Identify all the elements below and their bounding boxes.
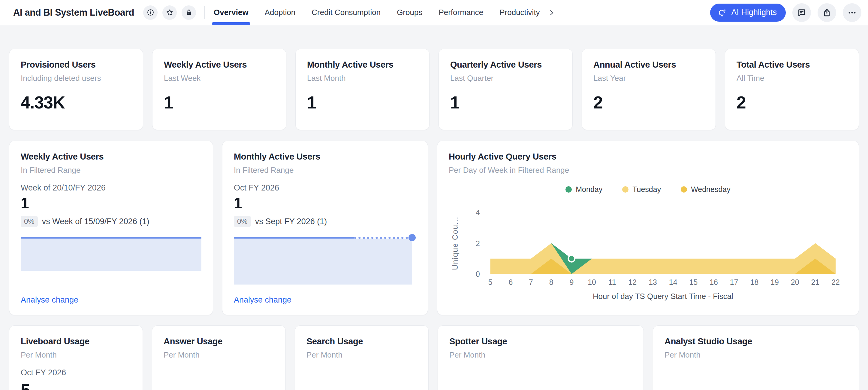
hourly-active-query-users-card: Hourly Active Query Users Per Day of Wee… (437, 141, 859, 315)
projection-dotted-line (354, 237, 412, 239)
usage-card-answer: Answer Usage Per Month (152, 326, 286, 390)
x-tick-label: 8 (549, 278, 554, 286)
favorite-button[interactable] (162, 5, 177, 20)
kpi-value: 1 (307, 92, 418, 112)
page-title: AI and BI System LiveBoard (13, 7, 134, 18)
legend-label: Wednesday (691, 185, 731, 194)
kpi-row: Provisioned Users Including deleted user… (9, 49, 859, 130)
card-title: Search Usage (306, 336, 417, 347)
x-tick-label: 15 (689, 278, 698, 286)
change-badge: 0% (234, 216, 251, 227)
change-row: 0% vs Week of 15/09/FY 2026 (1) (21, 216, 202, 227)
usage-card-spotter: Spotter Usage Per Month (438, 326, 644, 390)
comparison-text: vs Sept FY 2026 (1) (255, 217, 327, 226)
ai-highlights-label: AI Highlights (731, 8, 777, 17)
usage-row: Liveboard Usage Per Month Oct FY 2026 5 … (9, 326, 859, 390)
card-title: Analyst Studio Usage (664, 336, 847, 347)
comments-button[interactable] (793, 3, 811, 22)
legend-item-monday[interactable]: Monday (565, 185, 602, 194)
tab-credit-consumption[interactable]: Credit Consumption (312, 0, 380, 25)
y-tick-label: 0 (476, 270, 480, 278)
card-subtitle: Including deleted users (21, 73, 131, 83)
trend-line (21, 237, 202, 239)
card-title: Total Active Users (737, 59, 847, 70)
card-title: Weekly Active Users (21, 151, 202, 162)
liveboard-header: AI and BI System LiveBoard Overview Adop… (0, 0, 868, 25)
legend-item-wednesday[interactable]: Wednesday (681, 185, 731, 194)
card-subtitle: In Filtered Range (21, 165, 202, 175)
trend-card-weekly-active-users: Weekly Active Users In Filtered Range We… (9, 141, 213, 315)
x-tick-label: 12 (628, 278, 637, 286)
info-button[interactable] (143, 5, 158, 20)
tab-productivity[interactable]: Productivity (499, 0, 540, 25)
usage-value: 5 (21, 380, 131, 390)
kpi-value: 1 (450, 92, 561, 112)
chart-legend: MondayTuesdayWednesday (449, 185, 847, 194)
trend-line (234, 237, 354, 239)
x-tick-label: 17 (730, 278, 738, 286)
kpi-card-provisioned-users: Provisioned Users Including deleted user… (9, 49, 143, 130)
kpi-card-annual-active-users: Annual Active Users Last Year 2 (582, 49, 716, 130)
card-title: Monthly Active Users (307, 59, 418, 70)
card-title: Quarterly Active Users (450, 59, 561, 70)
x-tick-label: 21 (811, 278, 820, 286)
x-tick-label: 10 (588, 278, 596, 286)
y-axis-label: Unique Cou... (451, 216, 459, 270)
x-tick-label: 11 (609, 278, 616, 286)
liveboard-body: Provisioned Users Including deleted user… (0, 25, 868, 390)
star-icon (166, 9, 174, 16)
more-options-button[interactable] (843, 3, 861, 22)
period-label: Oct FY 2026 (21, 368, 131, 378)
card-subtitle: All Time (737, 73, 847, 83)
x-tick-label: 13 (649, 278, 657, 286)
tab-bar: Overview Adoption Credit Consumption Gro… (214, 0, 540, 25)
x-tick-label: 5 (488, 278, 493, 286)
lock-button[interactable] (182, 5, 196, 20)
card-subtitle: Per Month (306, 350, 417, 360)
change-row: 0% vs Sept FY 2026 (1) (234, 216, 416, 227)
chevron-right-icon (548, 9, 556, 17)
tab-overview[interactable]: Overview (214, 0, 249, 25)
trend-area-chart (21, 237, 202, 271)
legend-label: Monday (576, 185, 602, 194)
period-label: Week of 20/10/FY 2026 (21, 183, 202, 193)
hourly-area-chart: 024Unique Cou...567891011121314151617181… (449, 207, 847, 307)
x-axis-label: Hour of day TS Query Start Time - Fiscal (593, 292, 733, 301)
card-subtitle: Last Week (164, 73, 275, 83)
kpi-card-total-active-users: Total Active Users All Time 2 (725, 49, 859, 130)
tab-performance[interactable]: Performance (438, 0, 483, 25)
card-subtitle: Last Quarter (450, 73, 561, 83)
area-fill (234, 239, 412, 284)
share-button[interactable] (817, 3, 836, 22)
legend-dot (565, 186, 572, 193)
point-marker (568, 255, 575, 262)
legend-item-tuesday[interactable]: Tuesday (622, 185, 661, 194)
analyse-change-link[interactable]: Analyse change (234, 295, 416, 305)
sparkle-bulb-icon (718, 8, 727, 17)
card-subtitle: Last Month (307, 73, 418, 83)
kpi-value: 2 (737, 92, 847, 112)
tab-adoption[interactable]: Adoption (265, 0, 296, 25)
kpi-value: 2 (593, 92, 704, 112)
comment-icon (797, 8, 806, 17)
trend-row: Weekly Active Users In Filtered Range We… (9, 141, 859, 315)
analyse-change-link[interactable]: Analyse change (21, 295, 202, 305)
x-tick-label: 19 (771, 278, 779, 286)
card-title: Annual Active Users (593, 59, 704, 70)
tab-groups[interactable]: Groups (397, 0, 422, 25)
legend-dot (622, 186, 628, 193)
card-subtitle: Per Month (664, 350, 847, 360)
change-badge: 0% (21, 216, 38, 227)
trend-area-chart (234, 237, 416, 284)
ai-highlights-button[interactable]: AI Highlights (710, 4, 786, 22)
legend-label: Tuesday (632, 185, 661, 194)
projection-marker (408, 234, 416, 241)
card-title: Hourly Active Query Users (449, 151, 847, 162)
card-title: Liveboard Usage (21, 336, 131, 347)
tabs-overflow-button[interactable] (548, 9, 556, 17)
card-subtitle: Per Month (163, 350, 274, 360)
kpi-value: 4.33K (21, 92, 131, 112)
usage-card-analyst-studio: Analyst Studio Usage Per Month (653, 326, 859, 390)
x-tick-label: 16 (710, 278, 718, 286)
info-icon (147, 9, 154, 16)
